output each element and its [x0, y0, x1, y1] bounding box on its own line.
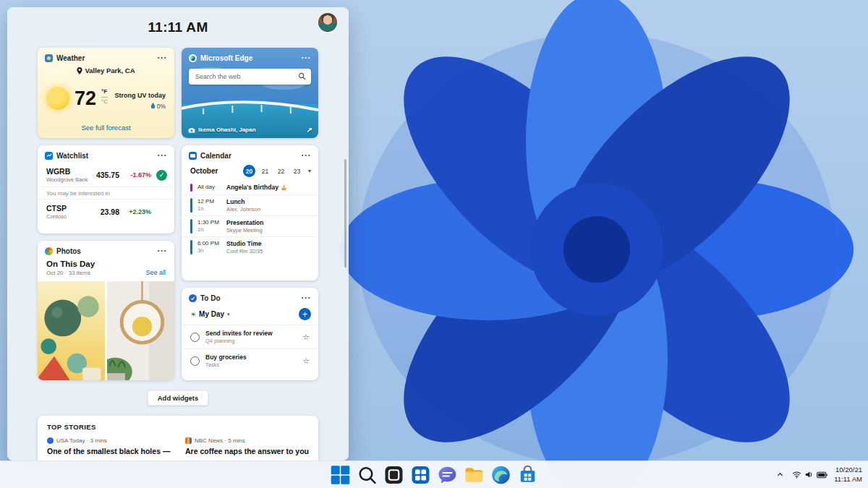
widget-edge[interactable]: Microsoft Edge ··· Ikema Ohashi, Japan ↗: [182, 48, 318, 138]
story-source: NBC News · 5 mins: [195, 437, 245, 444]
photos-menu-button[interactable]: ···: [158, 247, 168, 255]
calendar-date-20[interactable]: 20: [243, 165, 255, 177]
weather-header: Weather ···: [38, 48, 174, 65]
event-subtitle: Alex. Johnson: [226, 206, 260, 213]
story-headline: One of the smallest black holes — and: [47, 447, 171, 455]
panel-scrollbar[interactable]: [344, 159, 346, 267]
tray-status-icons[interactable]: [791, 468, 829, 481]
star-icon[interactable]: ☆: [302, 356, 310, 366]
photo-thumbnail-still-life[interactable]: [38, 281, 105, 380]
stock-change: -1.67%: [119, 171, 151, 179]
task-view-button[interactable]: [383, 464, 405, 486]
task-texts: Send invites for review Q4 planning: [205, 330, 273, 344]
event-subtitle: Conf Rm 32/35: [226, 248, 263, 254]
photo-thumbnail-hanging-chair[interactable]: [107, 281, 174, 380]
todo-menu-button[interactable]: ···: [302, 294, 312, 302]
stock-row-ctsp[interactable]: CTSP Contoso 23.98 +2.23%: [38, 199, 174, 223]
weather-location[interactable]: Valley Park, CA: [38, 67, 174, 74]
event-time: 12 PM: [197, 198, 221, 205]
weather-menu-button[interactable]: ···: [158, 53, 168, 62]
task-checkbox[interactable]: [190, 356, 200, 366]
weather-precipitation: 0%: [157, 103, 166, 110]
widgets-button[interactable]: [410, 464, 432, 486]
event-time-block: 1:30 PM 1h: [197, 219, 221, 234]
tray-chevron-up-button[interactable]: [775, 469, 786, 480]
photos-header: Photos ···: [38, 241, 174, 258]
calendar-event-studio-time[interactable]: 6:00 PM 3h Studio Time Conf Rm 32/35: [182, 236, 318, 257]
star-icon[interactable]: ☆: [302, 333, 310, 342]
stock-row-wgrb[interactable]: WGRB Woodgrove Bank 435.75 -1.67% ✓: [38, 163, 174, 187]
task-row-invites[interactable]: Send invites for review Q4 planning ☆: [182, 325, 318, 348]
start-button[interactable]: [330, 464, 352, 486]
edge-search-input[interactable]: [189, 69, 311, 85]
taskbar: 10/20/21 11:11 AM: [0, 461, 868, 488]
event-time: All day: [197, 184, 221, 190]
stock-names: WGRB Woodgrove Bank: [46, 167, 89, 183]
widget-weather[interactable]: Weather ··· Valley Park, CA 72 °F °C: [38, 48, 174, 138]
tray-clock[interactable]: 10/20/21 11:11 AM: [834, 466, 862, 484]
chevron-down-icon[interactable]: ▾: [227, 312, 230, 317]
task-title: Send invites for review: [205, 330, 273, 337]
story-usa-today[interactable]: USA Today · 3 mins One of the smallest b…: [47, 437, 171, 455]
chat-icon: [437, 464, 459, 486]
calendar-date-21[interactable]: 21: [259, 165, 271, 177]
chat-button[interactable]: [437, 464, 459, 486]
calendar-date-23[interactable]: 23: [291, 165, 303, 177]
edge-button[interactable]: [490, 464, 512, 486]
camera-icon: [188, 127, 195, 133]
sun-icon: [46, 87, 69, 110]
unit-fahrenheit: °F: [101, 88, 108, 97]
weather-app-icon: [45, 54, 53, 62]
stock-symbol: WGRB: [46, 167, 89, 176]
stock-names: CTSP Contoso: [46, 204, 89, 220]
task-row-groceries[interactable]: Buy groceries Tasks ☆: [182, 348, 318, 372]
windows-logo-icon: [330, 464, 352, 486]
event-body: Presentation Skype Meeting: [226, 219, 264, 234]
photos-see-all-link[interactable]: See all: [145, 269, 166, 276]
calendar-dates: 20 21 22 23: [243, 165, 303, 177]
calendar-event-lunch[interactable]: 12 PM 1h Lunch Alex. Johnson: [182, 194, 318, 215]
todo-list-selector[interactable]: My Day: [199, 310, 224, 318]
taskbar-center-icons: [330, 461, 539, 488]
expand-icon[interactable]: ↗: [307, 126, 312, 134]
story-nbc-news[interactable]: NBC News · 5 mins Are coffee naps the an…: [185, 437, 309, 455]
wifi-icon: [792, 470, 801, 479]
task-checkbox[interactable]: [190, 333, 200, 342]
tray-date: 10/20/21: [834, 466, 862, 474]
microsoft-store-button[interactable]: [517, 464, 539, 486]
widget-watchlist[interactable]: Watchlist ··· WGRB Woodgrove Bank 435.75…: [38, 145, 174, 234]
calendar-header: Calendar ···: [182, 145, 318, 163]
event-body: Angela's Birthday: [226, 184, 287, 192]
avatar[interactable]: [318, 13, 337, 32]
search-icon: [357, 464, 378, 486]
search-button[interactable]: [357, 464, 378, 486]
widget-todo[interactable]: To Do ··· ☀ My Day ▾ + Send invites for …: [182, 288, 318, 380]
widget-calendar[interactable]: Calendar ··· October 20 21 22 23 ▾: [182, 145, 318, 281]
stock-name: Woodgrove Bank: [46, 176, 89, 183]
calendar-date-22[interactable]: 22: [275, 165, 287, 177]
battery-icon: [817, 471, 827, 479]
add-task-button[interactable]: +: [299, 308, 311, 320]
stock-price: 23.98: [89, 207, 119, 216]
event-color-bar: [190, 240, 192, 254]
see-full-forecast-link[interactable]: See full forecast: [38, 119, 174, 138]
calendar-menu-button[interactable]: ···: [302, 151, 312, 160]
add-widgets-button[interactable]: Add widgets: [148, 390, 208, 406]
watchlist-app-icon: [45, 152, 53, 160]
chevron-down-icon[interactable]: ▾: [308, 168, 311, 174]
event-title: Lunch: [226, 198, 245, 205]
widget-photos[interactable]: Photos ··· On This Day Oct 20 · 33 items…: [38, 241, 174, 380]
watchlist-menu-button[interactable]: ···: [158, 151, 168, 160]
story-source-row: USA Today · 3 mins: [47, 437, 171, 444]
unit-celsius-toggle[interactable]: °C: [101, 98, 108, 106]
file-explorer-button[interactable]: [464, 464, 485, 486]
stock-check-badge[interactable]: ✓: [156, 170, 167, 181]
birthday-cake-icon: [281, 184, 287, 191]
calendar-event-birthday[interactable]: All day Angela's Birthday: [182, 181, 318, 194]
event-time-block: All day: [197, 184, 221, 192]
watchlist-header: Watchlist ···: [38, 145, 174, 163]
calendar-event-presentation[interactable]: 1:30 PM 1h Presentation Skype Meeting: [182, 215, 318, 236]
edge-menu-button[interactable]: ···: [302, 53, 312, 62]
calendar-app-icon: [189, 152, 197, 160]
event-color-bar: [190, 219, 192, 234]
